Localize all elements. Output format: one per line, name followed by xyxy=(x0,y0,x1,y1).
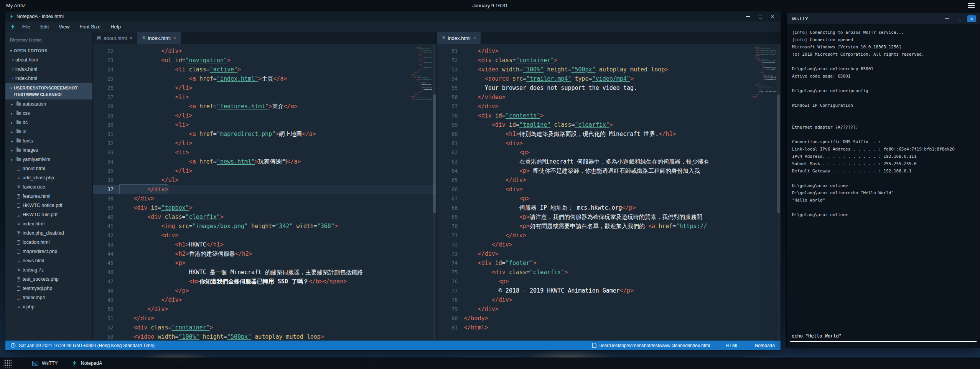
menu-view[interactable]: View xyxy=(54,24,74,30)
scrollbar[interactable] xyxy=(777,44,781,341)
terminal-line: Ethernet adapter ?A??????: xyxy=(792,124,974,131)
menu-help[interactable]: Help xyxy=(105,24,126,30)
code-area[interactable]: 51 </div>52 <div class="container">53 <v… xyxy=(437,44,781,341)
line-number: 77 xyxy=(437,286,464,295)
line-number: 28 xyxy=(93,102,120,111)
code-line-31: 31 <a href="mapredirect.php">網上地圖</a> xyxy=(93,129,436,139)
terminal-line: Active code page: 65001 xyxy=(792,73,974,80)
file-hkwtc-rule-pdf[interactable]: HKWTC rule.pdf xyxy=(5,210,92,219)
window-title: NotepadA - index.html xyxy=(16,14,64,19)
close-icon[interactable]: × xyxy=(130,35,132,41)
file-teabag-7z[interactable]: teabag.7z xyxy=(5,265,92,275)
menu-edit[interactable]: Edit xyxy=(35,24,54,30)
terminal-line xyxy=(792,94,974,102)
file-hkwtc-notice-pdf[interactable]: HKWTC notice.pdf xyxy=(5,201,92,210)
scrollbar-thumb[interactable] xyxy=(433,94,436,213)
statusbar-language-mode[interactable]: HTML xyxy=(726,343,739,348)
maximize-button[interactable] xyxy=(756,13,764,20)
file-favicon-ico[interactable]: favicon.ico xyxy=(5,182,92,192)
code-line-62: 62 <p> xyxy=(437,148,781,157)
line-number: 55 xyxy=(437,83,464,93)
maximize-button[interactable] xyxy=(955,15,964,22)
file-location-html[interactable]: location.html xyxy=(5,238,92,247)
workspace-root[interactable]: ▾USER/DESKTOP/SCREENSHOT/TEST/WWW CLEANE… xyxy=(5,83,92,99)
code-line-28: 28 <a href="features.html">簡介</a> xyxy=(93,102,436,111)
open-editors-section[interactable]: ▾OPEN EDITORS xyxy=(5,46,92,55)
notepada-menubar: FileEditViewFont SizeHelp xyxy=(5,22,781,32)
code-line-64: 64 <p> 即使你不是建築師，你也能透過紅石師或鐵路工程師的身份加入我 xyxy=(437,166,781,175)
file-test-sockets-php[interactable]: test_sockets.php xyxy=(5,275,92,284)
folder-images[interactable]: ▸images xyxy=(5,146,92,155)
code-line-55: 55 Your browser does not support the vid… xyxy=(437,83,781,93)
close-button[interactable]: × xyxy=(768,13,777,20)
code-line-37: 37 </div> xyxy=(93,185,436,194)
line-number: 30 xyxy=(93,120,120,129)
menu-file[interactable]: File xyxy=(17,24,35,30)
chevron-right-icon: ▸ xyxy=(9,157,15,162)
file-news-html[interactable]: news.html xyxy=(5,256,92,265)
folder-autostation[interactable]: ▸autostation xyxy=(5,99,92,109)
wstty-titlebar[interactable]: WsTTY × xyxy=(787,13,980,24)
open-editor-index-html[interactable]: ×index.html xyxy=(5,74,92,83)
task-wstty[interactable]: WsTTY xyxy=(25,357,65,369)
file-icon xyxy=(442,36,445,40)
file-mapredirect-php[interactable]: mapredirect.php xyxy=(5,247,92,256)
file-add-vhost-php[interactable]: add_vhost.php xyxy=(5,173,92,182)
scrollbar-thumb[interactable] xyxy=(777,94,780,213)
file-index-html[interactable]: index.html xyxy=(5,219,92,228)
task-notepada[interactable]: NotepadA xyxy=(65,357,109,369)
file-icon xyxy=(17,305,20,309)
code-line-65: 65 </div> xyxy=(437,175,781,185)
terminal-output[interactable]: [info] Conencting to arozos WsTTY servic… xyxy=(787,24,980,347)
scrollbar[interactable] xyxy=(433,44,436,341)
line-number: 66 xyxy=(437,185,464,194)
file-index-php-disabled[interactable]: index.php_disabled xyxy=(5,228,92,238)
tab-index-html[interactable]: index.html× xyxy=(137,32,181,44)
tab-about-html[interactable]: about.html× xyxy=(93,32,137,44)
chevron-right-icon: ▸ xyxy=(9,121,15,125)
file-icon xyxy=(17,296,20,300)
hamburger-menu-icon[interactable] xyxy=(968,3,975,8)
file-trailer-mp4[interactable]: trailer.mp4 xyxy=(5,293,92,302)
close-icon[interactable]: × xyxy=(10,76,15,81)
tab-index-html[interactable]: index.html× xyxy=(437,32,481,44)
folder-dc[interactable]: ▸dc xyxy=(5,118,92,127)
folder-yamlyamlvim[interactable]: ▸yamlyamlvim xyxy=(5,155,92,164)
minimap[interactable]: </div> <div class="container"> <video wi… xyxy=(752,46,776,341)
close-icon[interactable]: × xyxy=(173,35,176,41)
file-about-html[interactable]: about.html xyxy=(5,164,92,173)
code-area[interactable]: 22 </div>23 <ul id="navigation">24 <li c… xyxy=(93,44,436,341)
file-testmysql-php[interactable]: testmysql.php xyxy=(5,284,92,293)
desktop-topbar: My ArOZ January 9 16:31 xyxy=(0,0,980,11)
code-line-38: 38 </div> xyxy=(93,194,436,203)
close-button[interactable]: × xyxy=(967,15,976,22)
file-icon xyxy=(17,286,20,291)
minimap[interactable]: </div> <ul id="navigation"> <li class="a… xyxy=(408,46,432,341)
open-editor-about-html[interactable]: ×about.html xyxy=(5,55,92,65)
window-controls: × xyxy=(943,15,980,22)
menu-font-size[interactable]: Font Size xyxy=(74,24,105,30)
line-number: 53 xyxy=(93,332,120,341)
folder-dl[interactable]: ▸dl xyxy=(5,127,92,136)
code-line-27: 27 <li> xyxy=(93,93,436,102)
code-line-61: 61 <div> xyxy=(437,139,781,148)
code-line-63: 63 在香港的Minecraft 伺服器中，多為小遊戲和純生存的伺服器，較少擁有 xyxy=(437,157,781,166)
line-number: 59 xyxy=(437,120,464,129)
terminal-input[interactable]: echo "Hello World" xyxy=(790,333,977,342)
line-number: 46 xyxy=(93,268,120,277)
notepada-titlebar[interactable]: NotepadA - index.html × xyxy=(5,12,781,22)
file-features-html[interactable]: features.html xyxy=(5,192,92,201)
close-icon[interactable]: × xyxy=(473,35,476,41)
chevron-right-icon: ▸ xyxy=(9,102,15,106)
minimize-button[interactable] xyxy=(943,15,951,22)
close-icon[interactable]: × xyxy=(10,58,15,62)
open-editor-index-html[interactable]: ×index.html xyxy=(5,65,92,74)
code-line-48: 48 </p> xyxy=(93,286,436,295)
start-menu-button[interactable] xyxy=(0,357,15,369)
close-icon[interactable]: × xyxy=(10,67,15,71)
minimize-button[interactable] xyxy=(744,13,752,20)
folder-css[interactable]: ▸css xyxy=(5,109,92,118)
file-x-php[interactable]: x.php xyxy=(5,302,92,311)
folder-fonts[interactable]: ▸fonts xyxy=(5,136,92,146)
clock-icon xyxy=(11,343,16,348)
